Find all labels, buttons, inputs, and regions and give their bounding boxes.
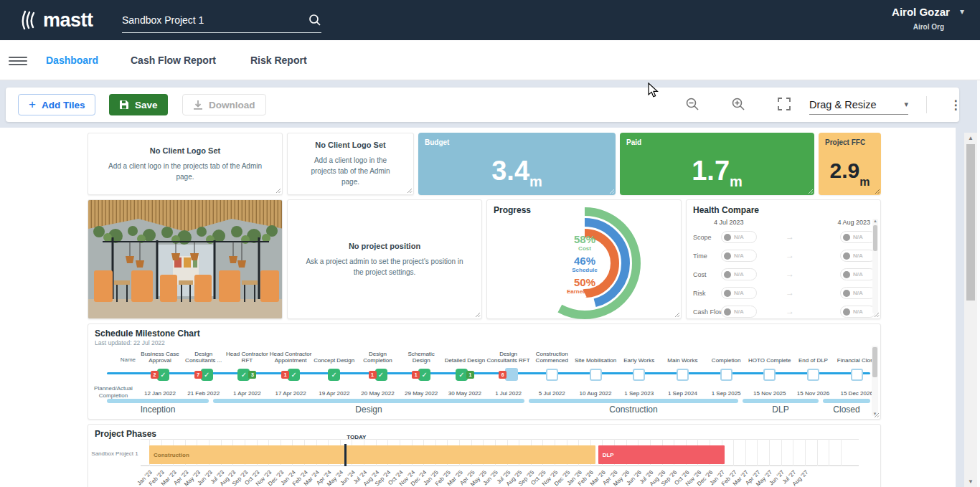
health-status-value: N/A	[734, 252, 744, 259]
health-status-pill: N/A	[721, 231, 757, 243]
milestone[interactable]: Detailed Design✓130 May 2022	[442, 344, 488, 397]
project-photo-tile[interactable]	[88, 199, 283, 319]
health-status-value: N/A	[734, 308, 744, 315]
phase-label: Construction	[529, 405, 738, 415]
milestone-status-icon	[546, 369, 558, 381]
phase-label: Inception	[107, 405, 209, 415]
tab-cash-flow-report[interactable]: Cash Flow Report	[131, 40, 216, 80]
progress-metrics: 58%Cost46%Schedule50%Earned Value	[534, 233, 635, 298]
health-status-value: N/A	[853, 290, 863, 296]
kebab-menu-icon[interactable]: ⋮	[946, 94, 966, 115]
scroll-up-icon[interactable]: ▲	[872, 219, 878, 223]
resize-grip[interactable]	[807, 188, 814, 194]
health-date-right: 4 Aug 2023	[837, 219, 870, 226]
schedule-milestone-tile[interactable]: Schedule Milestone Chart Last updated: 2…	[88, 323, 881, 420]
zoom-in-icon[interactable]	[730, 97, 746, 113]
milestone[interactable]: HOTO Complete15 Nov 2025	[747, 344, 793, 397]
client-logo-title: No Client Logo Set	[315, 141, 385, 149]
add-tiles-button[interactable]: + Add Tiles	[18, 94, 95, 115]
scrollbar-thumb[interactable]	[966, 144, 975, 301]
milestone[interactable]: Head Contractor Appointment1✓17 Apr 2022	[268, 344, 314, 397]
project-search-input[interactable]	[122, 14, 308, 26]
resize-grip[interactable]	[275, 187, 281, 194]
milestone-status-icon: ✓	[157, 369, 169, 381]
resize-grip[interactable]	[474, 311, 481, 318]
milestone[interactable]: Early Works1 Sep 2023	[616, 344, 662, 397]
milestone[interactable]: Design Completion1✓20 May 2022	[355, 344, 401, 397]
milestone[interactable]: Site Mobilisation10 Aug 2022	[573, 344, 618, 397]
position-title: No project position	[349, 242, 420, 250]
tab-risk-report[interactable]: Risk Report	[250, 40, 307, 80]
resize-grip[interactable]	[674, 311, 680, 318]
health-status-pill: N/A	[721, 268, 757, 280]
user-menu[interactable]: Airol Gozar▾ Airol Org	[892, 6, 964, 31]
phase-band	[213, 399, 524, 403]
milestone[interactable]: Schematic Design1✓29 May 2022	[398, 344, 444, 397]
project-ffc-stat-tile[interactable]: Project FFC 2.9m	[819, 133, 881, 195]
health-status-value: N/A	[734, 290, 744, 296]
health-row: TimeN/A→N/A	[687, 247, 880, 266]
milestone-name-col-label: Name	[91, 356, 136, 363]
milestone[interactable]: End of DLP15 Nov 2026	[791, 344, 837, 397]
gantt-bar-dlp[interactable]: DLP	[598, 445, 725, 464]
health-scrollbar[interactable]: ▲	[872, 219, 878, 313]
health-compare-tile[interactable]: Health Compare 4 Jul 2023 4 Aug 2023 Sco…	[686, 199, 881, 319]
client-logo-tile-2[interactable]: No Client Logo Set Add a client logo in …	[287, 133, 414, 195]
mouse-cursor	[648, 82, 659, 98]
arrow-right-icon: →	[786, 269, 794, 279]
milestone[interactable]: Design Consultants RFT61 Jul 2022	[486, 344, 532, 397]
scroll-down-icon[interactable]: ▼	[964, 478, 977, 485]
resize-grip[interactable]	[873, 412, 880, 418]
milestone-date: 21 Feb 2022	[187, 390, 220, 397]
progress-tile[interactable]: Progress 58%Cost46%Schedule50%Earned Val…	[486, 199, 682, 319]
user-name: Airol Gozar	[892, 6, 950, 18]
milestone[interactable]: Design Consultants ...7✓21 Feb 2022	[181, 344, 227, 397]
milestone-marker: ✓	[328, 365, 340, 384]
project-phases-tile[interactable]: Project Phases Sandbox Project 1 Jan '23…	[88, 424, 881, 487]
paid-stat-tile[interactable]: Paid 1.7m	[620, 133, 814, 195]
milestone-name: Business Case Approval	[137, 344, 183, 364]
health-row: RiskN/A→N/A	[687, 285, 880, 303]
resize-grip[interactable]	[873, 311, 880, 318]
resize-grip[interactable]	[608, 188, 615, 194]
resize-grip[interactable]	[874, 188, 880, 194]
milestone-scrollbar[interactable]: ▼	[872, 346, 878, 416]
gantt-gridline	[841, 439, 842, 466]
milestone-date: 15 Nov 2026	[797, 390, 829, 397]
milestone[interactable]: Completion1 Sep 2025	[703, 344, 749, 397]
page-scrollbar[interactable]: ▲ ▼	[964, 133, 977, 487]
scroll-up-icon[interactable]: ▲	[964, 135, 977, 141]
budget-stat-tile[interactable]: Budget 3.4m	[418, 133, 616, 195]
search-icon[interactable]	[308, 14, 321, 27]
status-dot-icon	[843, 234, 850, 241]
budget-value: 3.4	[491, 157, 529, 184]
gantt-gridline	[793, 439, 793, 466]
fullscreen-icon[interactable]	[776, 97, 792, 113]
project-position-tile[interactable]: No project position Ask a project admin …	[287, 199, 482, 319]
health-status-pill: N/A	[721, 250, 757, 262]
zoom-out-icon[interactable]	[684, 97, 700, 113]
brand-text: mastt	[43, 9, 93, 32]
milestone-status-icon	[720, 369, 732, 381]
client-logo-tile[interactable]: No Client Logo Set Add a client logo in …	[88, 133, 283, 195]
mode-select[interactable]: Drag & Resize ▾	[809, 95, 908, 115]
milestone[interactable]: Main Works1 Sep 2024	[659, 344, 705, 397]
health-row: CostN/A→N/A	[687, 266, 880, 285]
milestone[interactable]: Business Case Approval2✓12 Jan 2022	[137, 344, 183, 397]
save-button[interactable]: Save	[109, 94, 168, 115]
milestone[interactable]: Head Contractor RFT✓31 Apr 2022	[224, 344, 270, 397]
milestone-date: 29 May 2022	[405, 390, 438, 397]
milestone-status-icon: ✓	[328, 369, 340, 381]
download-button[interactable]: Download	[182, 94, 266, 115]
milestone[interactable]: Concept Design✓19 Apr 2022	[311, 344, 357, 397]
milestone[interactable]: Construction Commenced5 Jul 2022	[529, 344, 575, 397]
milestone-marker: ✓3	[237, 365, 256, 384]
health-status-pill: N/A	[840, 231, 876, 243]
mastt-logo[interactable]: mastt	[20, 9, 93, 32]
milestone-date: 30 May 2022	[448, 390, 481, 397]
menu-icon[interactable]	[9, 55, 27, 67]
tab-dashboard[interactable]: Dashboard	[46, 40, 98, 80]
resize-grip[interactable]	[406, 187, 413, 194]
gantt-bar-construction[interactable]: Construction	[149, 445, 595, 464]
milestone-date: 1 Sep 2024	[668, 390, 697, 397]
